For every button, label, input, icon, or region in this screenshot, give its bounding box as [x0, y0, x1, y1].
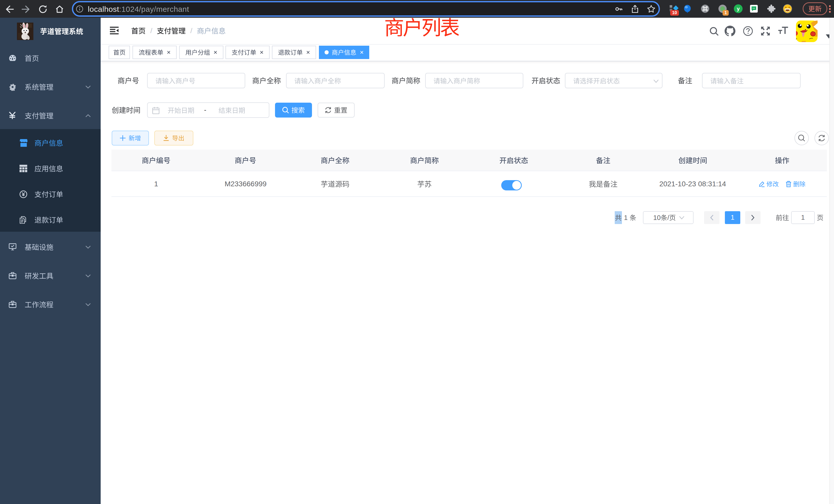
svg-text:y: y [737, 6, 740, 12]
